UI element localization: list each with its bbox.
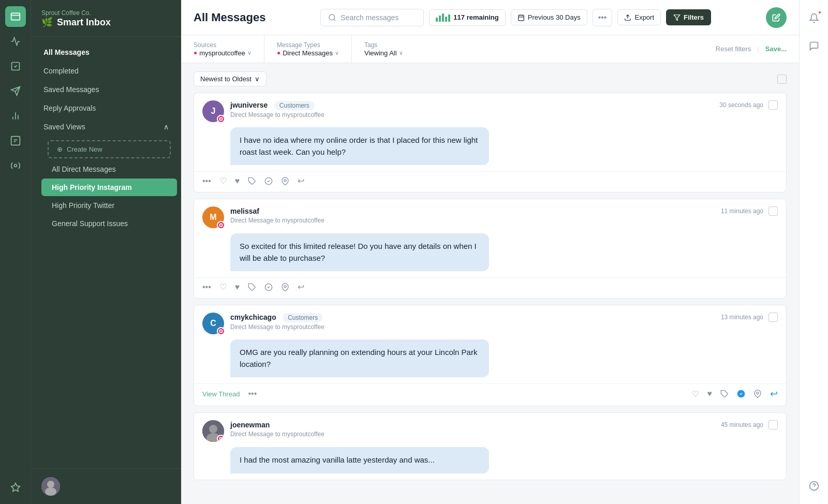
more-action-icon[interactable]: •••: [202, 283, 211, 292]
instagram-badge: [217, 221, 225, 229]
view-thread-link[interactable]: View Thread: [202, 390, 240, 398]
time-label: 45 minutes ago: [721, 421, 763, 428]
sidebar-item-saved-messages[interactable]: Saved Messages: [31, 80, 181, 99]
avatar: J: [202, 100, 224, 122]
sidebar-item-reply-approvals[interactable]: Reply Approvals: [31, 99, 181, 117]
message-checkbox[interactable]: [768, 206, 778, 216]
message-types-filter[interactable]: Message Types ● Direct Messages ∨: [264, 35, 352, 63]
message-checkbox[interactable]: [768, 100, 778, 110]
sort-select[interactable]: Newest to Oldest ∨: [194, 71, 267, 86]
message-username: jwuniverse: [230, 101, 268, 109]
filters-button[interactable]: Filters: [666, 9, 711, 25]
search-box[interactable]: Search messages: [320, 9, 424, 26]
notification-badge: [818, 10, 822, 14]
page-title: All Messages: [194, 11, 265, 24]
sidebar-item-label: All Messages: [43, 48, 90, 56]
like-icon[interactable]: ♡: [219, 176, 227, 186]
message-bubble: So excited for this limited release! Do …: [230, 233, 489, 271]
message-subtext: Direct Message to mysproutcoffee: [230, 111, 713, 118]
chat-icon[interactable]: [804, 36, 824, 56]
message-subtext: Direct Message to mysproutcoffee: [230, 323, 715, 331]
saved-views-header[interactable]: Saved Views ∧: [31, 117, 181, 136]
complete-icon-active[interactable]: [737, 390, 745, 398]
svg-point-44: [221, 438, 222, 438]
svg-point-38: [757, 392, 759, 394]
instagram-dot2: ●: [277, 49, 280, 56]
reply-icon-active[interactable]: ↩: [770, 388, 778, 399]
save-filter-link[interactable]: Save...: [765, 45, 787, 53]
notifications-icon[interactable]: [804, 8, 824, 28]
export-button[interactable]: Export: [617, 9, 661, 25]
bars-icon: [436, 13, 450, 22]
main-content: All Messages Search messages 117 remaini…: [181, 0, 799, 504]
tag-icon[interactable]: [248, 177, 256, 185]
more-action-icon[interactable]: •••: [248, 389, 684, 398]
brand-sub: Sprout Coffee Co.: [41, 9, 171, 17]
pin-icon[interactable]: [281, 283, 289, 291]
reply-icon[interactable]: ↩: [298, 176, 304, 186]
pin-icon[interactable]: [753, 390, 762, 398]
reset-filters-link[interactable]: Reset filters: [716, 45, 751, 53]
remaining-badge[interactable]: 117 remaining: [429, 9, 505, 26]
brand-icon: 🌿: [41, 17, 53, 28]
message-meta: joenewman Direct Message to mysproutcoff…: [230, 420, 715, 438]
nav-icon-tasks[interactable]: [5, 56, 26, 77]
message-meta: cmykchicago Customers Direct Message to …: [230, 313, 715, 331]
message-top-line: joenewman: [230, 420, 715, 429]
nav-icon-automation[interactable]: [5, 155, 26, 176]
svg-point-32: [284, 285, 286, 287]
avatar: C: [202, 313, 224, 334]
sidebar-item-all-direct[interactable]: All Direct Messages: [41, 160, 177, 178]
brand: Sprout Coffee Co. 🌿 Smart Inbox: [31, 0, 181, 37]
instagram-badge: [217, 435, 224, 442]
message-checkbox[interactable]: [768, 420, 778, 429]
help-icon[interactable]: [804, 476, 824, 496]
sidebar-item-label: Reply Approvals: [43, 104, 96, 112]
sidebar-item-high-priority-twitter[interactable]: High Priority Twitter: [41, 197, 177, 214]
tag-icon[interactable]: [248, 283, 256, 291]
nav-icon-analytics[interactable]: [5, 106, 26, 126]
sidebar-item-high-priority-instagram[interactable]: High Priority Instagram: [41, 179, 177, 196]
like-filled-icon[interactable]: ♥: [235, 176, 240, 186]
svg-point-29: [221, 224, 222, 225]
nav-icon-send[interactable]: [5, 81, 26, 101]
complete-icon[interactable]: [264, 177, 273, 185]
message-time: 11 minutes ago: [721, 206, 778, 216]
more-button[interactable]: •••: [593, 9, 613, 26]
message-username: joenewman: [230, 421, 270, 429]
nav-icon-inbox[interactable]: [5, 6, 26, 27]
sidebar-item-completed[interactable]: Completed: [31, 62, 181, 80]
nav-icon-activity[interactable]: [5, 31, 26, 52]
like-filled-icon[interactable]: ♥: [235, 283, 240, 292]
date-range-button[interactable]: Previous 30 Days: [511, 9, 587, 25]
like-icon[interactable]: ♡: [692, 389, 699, 399]
tags-filter[interactable]: Tags Viewing All ∨: [352, 35, 416, 63]
filters-icon: [673, 14, 681, 21]
ellipsis-icon: •••: [598, 13, 607, 22]
nav-icon-reports[interactable]: [5, 130, 26, 151]
tag-icon[interactable]: [720, 390, 729, 398]
like-filled-icon[interactable]: ♥: [707, 389, 713, 398]
complete-icon[interactable]: [264, 283, 273, 291]
message-checkbox[interactable]: [768, 313, 778, 322]
compose-button[interactable]: [766, 7, 787, 28]
sidebar-item-all-messages[interactable]: All Messages: [31, 43, 181, 62]
svg-rect-0: [11, 13, 20, 20]
reply-icon[interactable]: ↩: [298, 282, 304, 292]
sources-value: ● mysproutcoffee ∨: [194, 49, 252, 57]
sources-filter[interactable]: Sources ● mysproutcoffee ∨: [194, 35, 264, 63]
more-action-icon[interactable]: •••: [202, 176, 211, 186]
time-label: 13 minutes ago: [721, 314, 763, 321]
nav-icon-star[interactable]: [5, 477, 26, 498]
saved-views-children: ⊕ Create New All Direct Messages High Pr…: [31, 136, 181, 235]
create-new-button[interactable]: ⊕ Create New: [48, 140, 171, 158]
svg-point-40: [209, 425, 217, 433]
pin-icon[interactable]: [281, 177, 289, 185]
select-all-checkbox[interactable]: [777, 75, 787, 84]
message-bubble: I have no idea where my online order is …: [230, 127, 489, 165]
user-avatar[interactable]: [41, 477, 60, 496]
sidebar-item-general-support[interactable]: General Support Issues: [41, 215, 177, 232]
topbar-actions: Search messages 117 remaining Previous 3…: [320, 9, 711, 26]
chevron-down-icon3: ∨: [399, 50, 403, 56]
like-icon[interactable]: ♡: [219, 282, 227, 292]
